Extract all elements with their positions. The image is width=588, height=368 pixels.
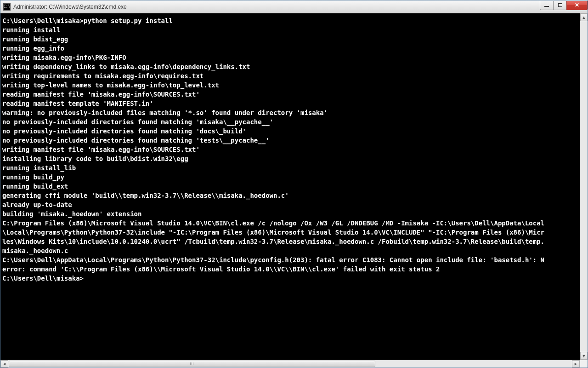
hscroll-thumb[interactable] xyxy=(9,361,375,367)
scrollbar-corner xyxy=(580,360,588,368)
scroll-right-button[interactable]: ► xyxy=(572,360,580,368)
client-area: C:\Users\Dell\misaka>python setup.py ins… xyxy=(0,13,588,368)
window-title: Administrator: C:\Windows\System32\cmd.e… xyxy=(13,4,540,10)
scroll-down-button[interactable]: ▼ xyxy=(580,352,588,360)
vertical-scrollbar[interactable]: ▲ ▼ xyxy=(580,13,588,360)
cmd-window: C:\ Administrator: C:\Windows\System32\c… xyxy=(0,0,588,368)
terminal-line: no previously-included directories found… xyxy=(2,117,578,126)
terminal-line: error: command 'C:\\Program Files (x86)\… xyxy=(2,264,578,274)
terminal-line: no previously-included directories found… xyxy=(2,136,578,145)
terminal-line: running build_py xyxy=(2,172,578,182)
terminal-line: writing top-level names to misaka.egg-in… xyxy=(2,80,578,90)
terminal-line: C:\Program Files (x86)\Microsoft Visual … xyxy=(2,218,578,228)
terminal-line: writing manifest file 'misaka.egg-info\S… xyxy=(2,145,578,154)
terminal-line: generating cffi module 'build\\temp.win3… xyxy=(2,191,578,200)
terminal-line: les\Windows Kits\10\include\10.0.10240.0… xyxy=(2,237,578,246)
vscroll-track[interactable] xyxy=(580,21,588,352)
terminal-line: building 'misaka._hoedown' extension xyxy=(2,209,578,218)
bottom-scroll-row: ◄ ► xyxy=(0,360,588,368)
terminal-line: writing dependency_links to misaka.egg-i… xyxy=(2,62,578,71)
close-icon: ✕ xyxy=(575,2,579,8)
scroll-left-button[interactable]: ◄ xyxy=(0,360,8,368)
terminal-line: C:\Users\Dell\misaka> xyxy=(2,274,578,283)
window-controls: ✕ xyxy=(540,1,588,10)
terminal-line: warning: no previously-included files ma… xyxy=(2,108,578,117)
terminal-line: running install xyxy=(2,25,578,34)
hscroll-track[interactable] xyxy=(8,360,572,368)
terminal-row: C:\Users\Dell\misaka>python setup.py ins… xyxy=(0,13,588,360)
titlebar[interactable]: C:\ Administrator: C:\Windows\System32\c… xyxy=(0,0,588,13)
maximize-icon xyxy=(558,3,562,7)
terminal-line: running install_lib xyxy=(2,163,578,172)
terminal-line: no previously-included directories found… xyxy=(2,126,578,136)
terminal-line: misaka._hoedown.c xyxy=(2,246,578,255)
terminal-line: \Local\Programs\Python\Python37-32\inclu… xyxy=(2,228,578,237)
terminal-line: C:\Users\Dell\misaka>python setup.py ins… xyxy=(2,16,578,25)
terminal-line: C:\Users\Dell\AppData\Local\Programs\Pyt… xyxy=(2,255,578,264)
terminal-line: installing library code to build\bdist.w… xyxy=(2,154,578,163)
minimize-icon xyxy=(544,6,549,7)
terminal-line: writing requirements to misaka.egg-info\… xyxy=(2,71,578,80)
terminal-line: writing misaka.egg-info\PKG-INFO xyxy=(2,53,578,62)
terminal-line: reading manifest file 'misaka.egg-info\S… xyxy=(2,90,578,99)
terminal-line: running bdist_egg xyxy=(2,34,578,44)
cmd-icon: C:\ xyxy=(3,3,11,11)
terminal-line: reading manifest template 'MANIFEST.in' xyxy=(2,99,578,108)
horizontal-scrollbar[interactable]: ◄ ► xyxy=(0,360,580,368)
minimize-button[interactable] xyxy=(540,1,554,10)
terminal-line: running build_ext xyxy=(2,182,578,191)
close-button[interactable]: ✕ xyxy=(566,1,588,10)
scroll-up-button[interactable]: ▲ xyxy=(580,13,588,21)
maximize-button[interactable] xyxy=(553,1,567,10)
terminal-line: already up-to-date xyxy=(2,200,578,209)
terminal-line: running egg_info xyxy=(2,44,578,53)
terminal-output[interactable]: C:\Users\Dell\misaka>python setup.py ins… xyxy=(0,13,580,360)
